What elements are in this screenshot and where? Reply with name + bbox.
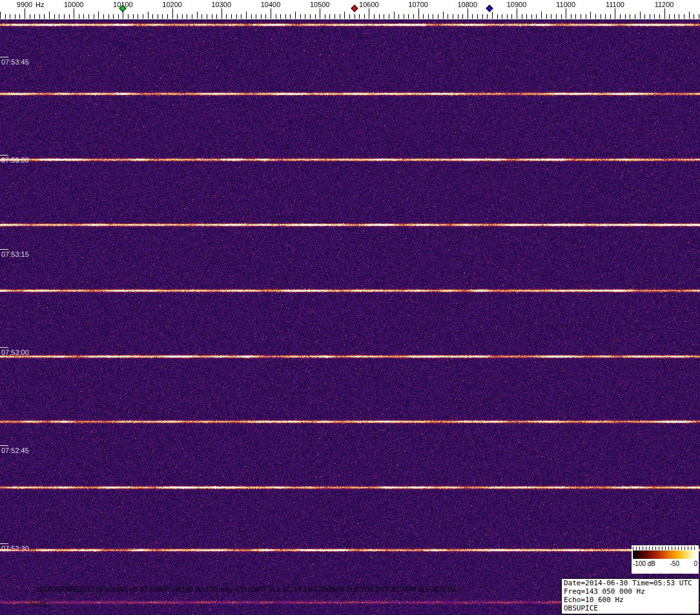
freq-tick-label: 11000 xyxy=(556,1,575,8)
time-tick-label: 07:53:30 xyxy=(1,156,29,165)
time-tick-label: 07:53:15 xyxy=(1,250,29,259)
time-tick-label: 07:53:00 xyxy=(1,348,29,357)
time-tick-label: 07:53:45 xyxy=(1,58,29,66)
freq-unit-label: Hz xyxy=(36,1,44,8)
time-tick-label: 07:52:45 xyxy=(1,447,29,455)
freq-tick-label: 10400 xyxy=(261,1,281,8)
freq-tick-label: 10700 xyxy=(408,1,428,8)
time-tick-mark xyxy=(0,249,8,250)
time-tick-mark xyxy=(0,347,8,348)
colorbar-ticks xyxy=(633,547,697,550)
colorbar-min-label: -100 dB xyxy=(633,560,655,567)
time-tick-mark xyxy=(0,57,8,57)
info-date-line: Date=2014-06-30 Time=05:53 UTC xyxy=(564,579,697,587)
time-tick-mark xyxy=(0,543,8,544)
info-station-line: OBSUPICE xyxy=(564,604,697,612)
time-tick-label: 07:52:30 xyxy=(1,545,29,553)
ruler-ticks-canvas xyxy=(0,0,700,19)
info-echo-line: Echo=10 600 Hz xyxy=(564,596,697,604)
freq-tick-label: 10600 xyxy=(359,1,379,8)
detection-annotation: 20140630055221276 hCnt63 nb-87 f10607 hi… xyxy=(36,585,460,593)
freq-tick-label: 9900 xyxy=(17,1,32,8)
cursor-annotation: ^t+21 xyxy=(30,600,47,608)
colorbar-max-label: 0 xyxy=(694,560,697,567)
time-tick-mark xyxy=(0,155,8,156)
spectrogram-canvas xyxy=(0,19,700,615)
freq-tick-label: 10300 xyxy=(212,1,232,8)
info-freq-line: Freq=143 050 000 Hz xyxy=(564,587,697,596)
freq-tick-label: 10900 xyxy=(507,1,527,8)
frequency-ruler: 9900Hz1000010100102001030010400105001060… xyxy=(0,0,700,19)
freq-tick-label: 11100 xyxy=(606,1,624,8)
freq-tick-label: 10200 xyxy=(162,1,182,8)
colorbar-mid-label: -50 xyxy=(670,560,679,567)
station-info-box: Date=2014-06-30 Time=05:53 UTC Freq=143 … xyxy=(561,578,699,614)
freq-tick-label: 10000 xyxy=(64,1,84,8)
freq-tick-label: 10500 xyxy=(310,1,330,8)
time-tick-mark xyxy=(0,445,8,446)
colorbar-gradient xyxy=(633,550,697,559)
spectrogram-app: 9900Hz1000010100102001030010400105001060… xyxy=(0,0,700,615)
freq-tick-label: 10800 xyxy=(458,1,478,8)
colorbar: -100 dB -50 0 xyxy=(632,545,699,574)
freq-tick-label: 11200 xyxy=(655,1,674,8)
colorbar-labels: -100 dB -50 0 xyxy=(633,560,697,567)
